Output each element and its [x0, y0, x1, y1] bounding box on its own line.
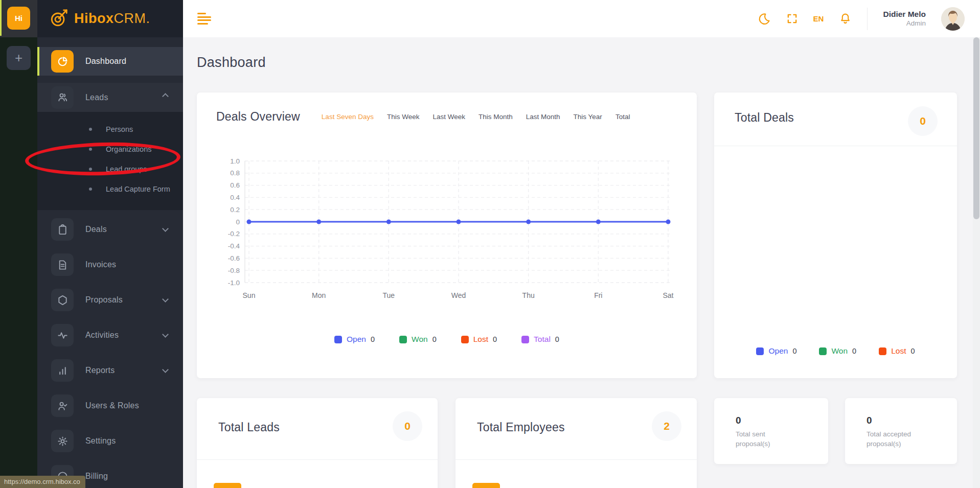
header-divider [867, 8, 868, 30]
svg-text:-1.0: -1.0 [228, 279, 240, 287]
legend-swatch [756, 347, 764, 355]
pie-chart-icon [51, 50, 74, 73]
svg-text:1.0: 1.0 [230, 157, 240, 165]
notifications-bell-icon[interactable] [839, 12, 852, 25]
app-window: Hi + HiboxCRM. [0, 0, 980, 488]
sidebar-item-lead-groups[interactable]: Lead groups [37, 159, 183, 179]
language-selector[interactable]: EN [813, 14, 824, 23]
gear-icon [51, 430, 74, 452]
sidebar-toggle-button[interactable] [197, 13, 211, 26]
sidebar-menu: Dashboard Leads [37, 37, 183, 487]
sidebar-item-lead-capture-form[interactable]: Lead Capture Form [37, 179, 183, 199]
leads-submenu: Persons Organizations Lead groups Lead C… [37, 112, 183, 210]
sidebar-item-leads[interactable]: Leads [37, 83, 183, 112]
hexagon-icon [51, 289, 74, 311]
tab-total[interactable]: Total [616, 113, 630, 121]
vertical-scrollbar[interactable] [973, 37, 980, 488]
legend-won: Won 0 [819, 346, 856, 356]
sent-proposals-card: 0 Total sent proposal(s) [714, 398, 828, 464]
total-deals-badge: 0 [908, 106, 938, 136]
svg-text:Thu: Thu [522, 291, 535, 299]
legend-won: Won 0 [399, 335, 437, 344]
svg-text:Tue: Tue [383, 291, 395, 299]
tab-this-year[interactable]: This Year [574, 113, 602, 121]
total-employees-card: Total Employees 2 [455, 398, 697, 488]
main-content: Dashboard Deals Overview Last Seven Days… [183, 37, 973, 488]
sent-proposals-label: Total sent proposal(s) [736, 430, 796, 449]
top-header: EN Didier Melo Admin [183, 0, 980, 37]
user-menu[interactable]: Didier Melo Admin [883, 9, 926, 28]
deals-overview-title: Deals Overview [216, 110, 300, 124]
chevron-down-icon [162, 331, 169, 338]
brand-logo[interactable]: HiboxCRM. [37, 0, 183, 37]
svg-text:-0.8: -0.8 [228, 267, 240, 274]
legend-lost: Lost 0 [879, 346, 915, 356]
legend-swatch [461, 336, 469, 343]
people-icon [51, 86, 74, 109]
employees-bar-segment [472, 483, 500, 488]
page-title: Dashboard [197, 55, 266, 71]
svg-text:Wed: Wed [451, 291, 466, 299]
sidebar-group-leads: Leads Persons Organizations Lead groups [37, 83, 183, 210]
avatar[interactable] [941, 7, 965, 31]
legend-swatch [399, 336, 407, 343]
svg-text:0.4: 0.4 [230, 194, 240, 201]
card-divider [714, 146, 957, 146]
deals-overview-tabs: Last Seven Days This Week Last Week This… [322, 113, 630, 121]
user-check-icon [51, 394, 74, 417]
sidebar-item-reports[interactable]: Reports [37, 359, 183, 382]
svg-text:0: 0 [236, 218, 240, 226]
total-leads-badge: 0 [393, 411, 422, 441]
workspace-button[interactable]: Hi [7, 7, 30, 30]
bullet-icon [89, 148, 92, 151]
tab-last-week[interactable]: Last Week [432, 113, 465, 121]
sidebar-item-settings[interactable]: Settings [37, 430, 183, 452]
sent-proposals-value: 0 [736, 415, 741, 426]
tab-this-week[interactable]: This Week [387, 113, 420, 121]
total-leads-card: Total Leads 0 [197, 398, 438, 488]
svg-text:Mon: Mon [312, 291, 326, 299]
legend-swatch [879, 347, 886, 355]
scrollbar-thumb[interactable] [973, 37, 979, 219]
svg-text:Sun: Sun [243, 291, 256, 299]
sidebar-item-proposals[interactable]: Proposals [37, 289, 183, 311]
target-logo-icon [50, 8, 69, 30]
sidebar-item-label: Leads [85, 93, 108, 102]
bullet-icon [89, 168, 92, 171]
svg-text:Fri: Fri [594, 291, 602, 299]
document-icon [51, 253, 74, 276]
legend-open: Open 0 [756, 346, 796, 356]
chevron-up-icon [162, 93, 169, 100]
workspace-active-indicator [0, 0, 2, 36]
leads-bar-segment [214, 483, 241, 488]
svg-text:-0.2: -0.2 [228, 230, 240, 238]
sidebar-item-activities[interactable]: Activities [37, 324, 183, 346]
total-leads-title: Total Leads [218, 421, 280, 434]
add-workspace-button[interactable]: + [7, 46, 31, 70]
fullscreen-icon[interactable] [786, 13, 798, 25]
card-divider [197, 459, 438, 460]
chevron-down-icon [162, 225, 169, 232]
clipboard-icon [51, 218, 74, 241]
bullet-icon [89, 128, 92, 131]
sidebar-item-persons[interactable]: Persons [37, 119, 183, 139]
accepted-proposals-value: 0 [867, 415, 872, 426]
tab-last-month[interactable]: Last Month [526, 113, 560, 121]
sidebar-item-invoices[interactable]: Invoices [37, 253, 183, 276]
legend-swatch [819, 347, 827, 355]
sidebar-item-organizations[interactable]: Organizations [37, 139, 183, 159]
legend-open: Open 0 [334, 335, 375, 344]
sidebar-item-dashboard[interactable]: Dashboard [37, 47, 183, 76]
sidebar-item-deals[interactable]: Deals [37, 218, 183, 241]
brand-name: HiboxCRM. [74, 11, 150, 27]
total-employees-title: Total Employees [477, 421, 565, 434]
dark-mode-moon-icon[interactable] [758, 12, 771, 26]
tab-this-month[interactable]: This Month [478, 113, 513, 121]
svg-text:-0.4: -0.4 [228, 242, 240, 250]
tab-last-seven-days[interactable]: Last Seven Days [322, 113, 374, 121]
card-divider [455, 459, 697, 460]
workspace-rail: Hi + [0, 0, 37, 488]
sidebar-item-users-roles[interactable]: Users & Roles [37, 394, 183, 417]
status-bar-url: https://demo.crm.hibox.co [0, 476, 85, 488]
legend-swatch [521, 336, 529, 343]
